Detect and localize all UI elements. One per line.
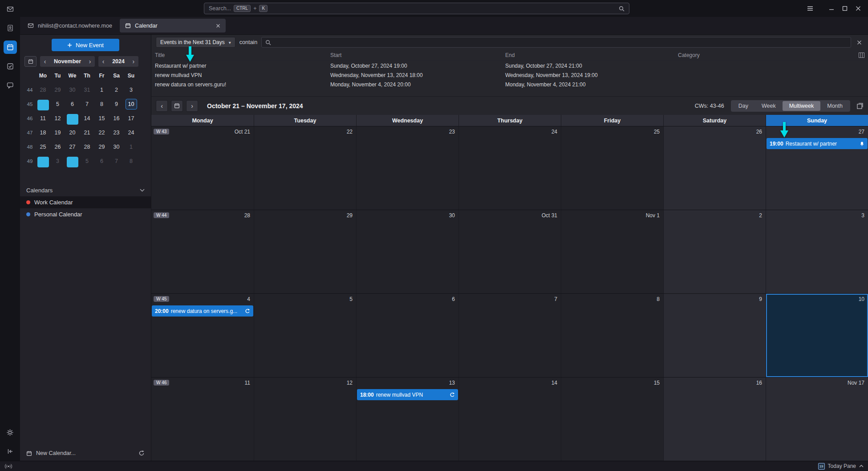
event-bar-renew-datura-on-servers-g[interactable]: 20:00renew datura on servers.g... bbox=[152, 305, 253, 317]
day-cell-28[interactable]: W 4428 bbox=[151, 210, 254, 293]
mini-day-w44-30[interactable]: 30 bbox=[65, 83, 80, 97]
mini-day-w48-26[interactable]: 26 bbox=[50, 140, 65, 154]
mini-day-w48-29[interactable]: 29 bbox=[94, 140, 109, 154]
mini-day-w47-18[interactable]: 18 bbox=[36, 126, 50, 140]
mini-day-w45-10[interactable]: 10 bbox=[124, 97, 138, 111]
mini-day-w47-19[interactable]: 19 bbox=[50, 126, 65, 140]
next-period-button[interactable]: › bbox=[186, 100, 198, 112]
mini-day-w49-5[interactable]: 5 bbox=[80, 154, 94, 168]
day-cell-23[interactable]: 23 bbox=[356, 126, 458, 210]
mini-day-w44-1[interactable]: 1 bbox=[94, 83, 109, 97]
event-filter-input[interactable] bbox=[274, 39, 847, 45]
day-cell-2[interactable]: 2 bbox=[663, 210, 766, 293]
day-cell-6[interactable]: 6 bbox=[356, 294, 458, 377]
month-label[interactable]: November bbox=[50, 58, 85, 65]
day-cell-15[interactable]: 15 bbox=[561, 378, 663, 461]
day-cell-13[interactable]: 1318:00renew mullvad VPN bbox=[356, 378, 458, 461]
mini-day-w49-2[interactable]: 2 bbox=[36, 154, 50, 168]
mini-day-w45-7[interactable]: 7 bbox=[80, 97, 94, 111]
day-cell-30[interactable]: 30 bbox=[356, 210, 458, 293]
mini-day-w46-12[interactable]: 12 bbox=[50, 111, 65, 126]
mini-day-w45-6[interactable]: 6 bbox=[65, 97, 80, 111]
day-cell-nov-1[interactable]: Nov 1 bbox=[561, 210, 663, 293]
year-label[interactable]: 2024 bbox=[108, 58, 129, 65]
mini-day-w49-8[interactable]: 8 bbox=[124, 154, 138, 168]
mini-day-w47-22[interactable]: 22 bbox=[94, 126, 109, 140]
view-multiweek-button[interactable]: Multiweek bbox=[783, 101, 821, 111]
mini-day-w49-4[interactable]: 4 bbox=[65, 154, 80, 168]
calendar-space-button[interactable] bbox=[4, 41, 17, 54]
new-calendar-button[interactable]: New Calendar... bbox=[36, 450, 76, 456]
mini-day-w44-2[interactable]: 2 bbox=[109, 83, 124, 97]
mini-calendar-toggle-button[interactable] bbox=[24, 56, 37, 67]
day-cell-27[interactable]: 2719:00Restaurant w/ partner bbox=[766, 126, 868, 210]
new-event-button[interactable]: New Event bbox=[52, 39, 119, 51]
close-filter-icon[interactable] bbox=[855, 40, 864, 45]
event-range-dropdown[interactable]: Events in the Next 31 Days ▾ bbox=[156, 37, 235, 48]
day-cell-16[interactable]: 16 bbox=[663, 378, 766, 461]
mini-day-w48-1[interactable]: 1 bbox=[124, 140, 138, 154]
sync-calendars-button[interactable] bbox=[138, 450, 145, 456]
mini-day-w45-9[interactable]: 9 bbox=[109, 97, 124, 111]
tab-close-icon[interactable] bbox=[216, 24, 220, 28]
mini-day-w46-11[interactable]: 11 bbox=[36, 111, 50, 126]
calendar-item-personal-calendar[interactable]: Personal Calendar bbox=[20, 208, 151, 220]
address-book-space-button[interactable] bbox=[4, 21, 17, 35]
mini-day-w45-5[interactable]: 5 bbox=[50, 97, 65, 111]
column-header-start[interactable]: Start bbox=[327, 52, 502, 58]
event-list-row-renew-mullvad-vpn[interactable]: renew mullvad VPNWednesday, November 13,… bbox=[151, 70, 868, 80]
close-window-button[interactable] bbox=[856, 6, 861, 11]
mini-day-w48-25[interactable]: 25 bbox=[36, 140, 50, 154]
prev-year-button[interactable]: ‹ bbox=[98, 56, 108, 67]
tab-mail-account[interactable]: nihilist@contact.nowhere.moe bbox=[22, 19, 118, 32]
mini-day-w44-28[interactable]: 28 bbox=[36, 83, 50, 97]
column-header-title[interactable]: Title bbox=[151, 52, 327, 58]
event-bar-restaurant-w-partner[interactable]: 19:00Restaurant w/ partner bbox=[767, 138, 868, 149]
day-cell-26[interactable]: 26 bbox=[663, 126, 766, 210]
view-month-button[interactable]: Month bbox=[820, 101, 849, 111]
calendars-section-header[interactable]: Calendars bbox=[20, 184, 151, 196]
day-cell-24[interactable]: 24 bbox=[458, 126, 561, 210]
mini-day-w48-28[interactable]: 28 bbox=[80, 140, 94, 154]
view-week-button[interactable]: Week bbox=[755, 101, 783, 111]
calendar-item-work-calendar[interactable]: Work Calendar bbox=[20, 196, 151, 208]
settings-button[interactable] bbox=[4, 426, 17, 439]
day-cell-25[interactable]: 25 bbox=[561, 126, 663, 210]
mini-day-w47-23[interactable]: 23 bbox=[109, 126, 124, 140]
day-cell-12[interactable]: 12 bbox=[254, 378, 356, 461]
day-cell-4[interactable]: W 45420:00renew datura on servers.g... bbox=[151, 294, 254, 377]
next-month-button[interactable]: › bbox=[85, 56, 95, 67]
mini-day-w47-20[interactable]: 20 bbox=[65, 126, 80, 140]
event-list-row-renew-datura-on-servers-guru[interactable]: renew datura on servers.guru!Monday, Nov… bbox=[151, 80, 868, 89]
event-bar-renew-mullvad-vpn[interactable]: 18:00renew mullvad VPN bbox=[357, 389, 458, 400]
mini-day-w49-6[interactable]: 6 bbox=[94, 154, 109, 168]
day-cell-11[interactable]: W 4611 bbox=[151, 378, 254, 461]
column-picker-icon[interactable] bbox=[855, 53, 868, 58]
mini-day-w46-17[interactable]: 17 bbox=[124, 111, 138, 126]
mini-day-w47-21[interactable]: 21 bbox=[80, 126, 94, 140]
day-cell-oct-31[interactable]: Oct 31 bbox=[458, 210, 561, 293]
mini-day-w46-14[interactable]: 14 bbox=[80, 111, 94, 126]
day-cell-oct-21[interactable]: W 43Oct 21 bbox=[151, 126, 254, 210]
tasks-space-button[interactable] bbox=[4, 60, 17, 73]
mail-space-button[interactable] bbox=[4, 2, 17, 16]
mini-day-w49-3[interactable]: 3 bbox=[50, 154, 65, 168]
chat-space-button[interactable] bbox=[4, 79, 17, 92]
rotate-view-icon[interactable] bbox=[857, 102, 864, 109]
day-cell-7[interactable]: 7 bbox=[458, 294, 561, 377]
today-button[interactable] bbox=[171, 100, 183, 112]
column-header-end[interactable]: End bbox=[502, 52, 674, 58]
mini-day-w44-31[interactable]: 31 bbox=[80, 83, 94, 97]
mini-day-w45-4[interactable]: 4 bbox=[36, 97, 50, 111]
day-cell-8[interactable]: 8 bbox=[561, 294, 663, 377]
next-year-button[interactable]: › bbox=[129, 56, 138, 67]
column-header-category[interactable]: Category bbox=[674, 52, 855, 58]
day-cell-14[interactable]: 14 bbox=[458, 378, 561, 461]
mini-day-w49-7[interactable]: 7 bbox=[109, 154, 124, 168]
mini-day-w44-3[interactable]: 3 bbox=[124, 83, 138, 97]
day-cell-5[interactable]: 5 bbox=[254, 294, 356, 377]
day-cell-22[interactable]: 22 bbox=[254, 126, 356, 210]
mini-day-w48-30[interactable]: 30 bbox=[109, 140, 124, 154]
mini-day-w44-29[interactable]: 29 bbox=[50, 83, 65, 97]
view-day-button[interactable]: Day bbox=[732, 101, 755, 111]
